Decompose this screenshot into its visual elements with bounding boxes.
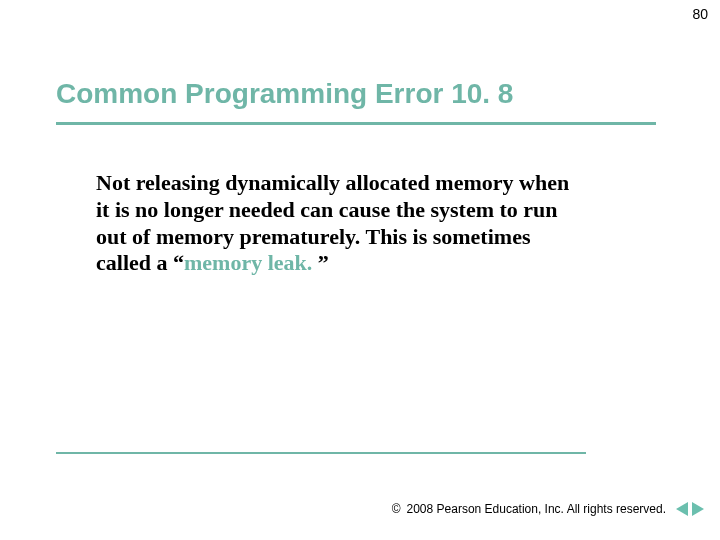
memory-leak-term: memory leak. (184, 250, 312, 275)
slide-heading: Common Programming Error 10. 8 (56, 78, 513, 110)
heading-underline (56, 122, 656, 125)
bottom-rule (56, 452, 586, 454)
quote-close: ” (312, 250, 329, 275)
next-arrow-icon[interactable] (692, 502, 704, 516)
page-number: 80 (692, 6, 708, 22)
prev-arrow-icon[interactable] (676, 502, 688, 516)
body-paragraph: Not releasing dynamically allocated memo… (96, 170, 586, 277)
slide-nav (676, 502, 704, 516)
copyright-symbol: © (392, 502, 401, 516)
body-part1: Not releasing dynamically allocated memo… (96, 170, 569, 275)
footer: © 2008 Pearson Education, Inc. All right… (392, 502, 704, 516)
quote-open: “ (173, 250, 184, 275)
copyright-text: 2008 Pearson Education, Inc. All rights … (407, 502, 666, 516)
